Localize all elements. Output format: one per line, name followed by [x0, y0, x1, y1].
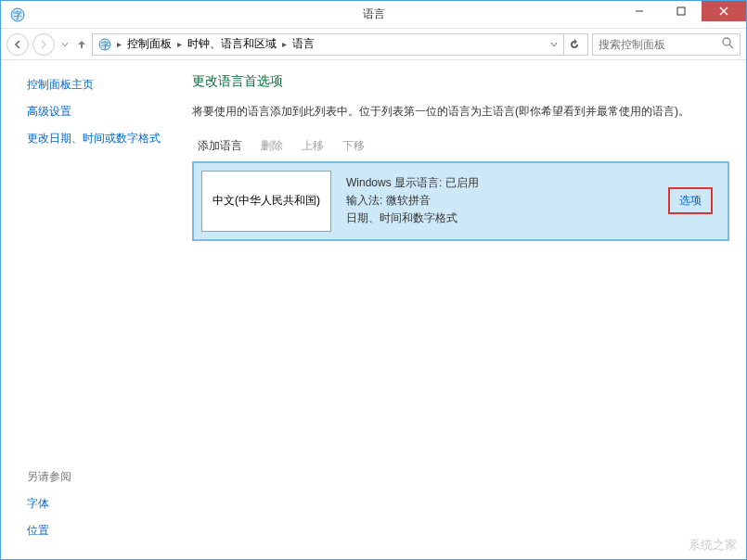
- breadcrumb-item[interactable]: 语言: [290, 36, 316, 52]
- move-up-button[interactable]: 上移: [302, 138, 324, 154]
- window: 字 语言 字: [0, 0, 747, 560]
- chevron-right-icon: ▸: [175, 39, 184, 49]
- page-description: 将要使用的语言添加到此列表中。位于列表第一位的语言为主语言(即你希望看到并最常使…: [192, 103, 729, 120]
- search-icon[interactable]: [721, 36, 734, 52]
- window-buttons: [618, 1, 746, 28]
- sidebar: 控制面板主页 高级设置 更改日期、时间或数字格式 另请参阅 字体 位置: [1, 60, 187, 559]
- svg-text:字: 字: [101, 41, 109, 50]
- options-link[interactable]: 选项: [668, 187, 713, 214]
- breadcrumb-dropdown[interactable]: [545, 34, 561, 55]
- date-format-line: 日期、时间和数字格式: [346, 210, 646, 227]
- svg-rect-3: [677, 7, 685, 15]
- display-language-line: Windows 显示语言: 已启用: [346, 174, 646, 192]
- chevron-right-icon: ▸: [280, 39, 289, 49]
- search-box[interactable]: [592, 33, 741, 56]
- svg-line-9: [729, 45, 733, 48]
- maximize-button[interactable]: [660, 1, 702, 21]
- sidebar-link-location[interactable]: 位置: [27, 523, 177, 539]
- control-panel-home-link[interactable]: 控制面板主页: [27, 77, 177, 93]
- address-bar: 字 ▸ 控制面板 ▸ 时钟、语言和区域 ▸ 语言: [1, 29, 746, 60]
- input-method-line: 输入法: 微软拼音: [346, 192, 646, 210]
- forward-button[interactable]: [32, 33, 55, 56]
- see-also-header: 另请参阅: [27, 469, 177, 485]
- breadcrumb-item[interactable]: 控制面板: [125, 36, 174, 52]
- language-actions: 选项: [653, 163, 728, 239]
- breadcrumb-item[interactable]: 时钟、语言和区域: [186, 36, 278, 52]
- app-icon: 字: [8, 6, 27, 24]
- language-name: 中文(中华人民共和国): [201, 171, 331, 232]
- sidebar-link-datetime[interactable]: 更改日期、时间或数字格式: [27, 131, 177, 146]
- titlebar: 字 语言: [1, 1, 746, 29]
- svg-text:字: 字: [13, 10, 22, 20]
- language-details: Windows 显示语言: 已启用 输入法: 微软拼音 日期、时间和数字格式: [339, 163, 653, 239]
- back-button[interactable]: [6, 33, 29, 56]
- minimize-button[interactable]: [618, 1, 660, 21]
- up-button[interactable]: [75, 33, 88, 56]
- move-down-button[interactable]: 下移: [342, 138, 365, 154]
- add-language-button[interactable]: 添加语言: [198, 138, 242, 154]
- control-panel-icon: 字: [97, 36, 113, 53]
- language-list: 中文(中华人民共和国) Windows 显示语言: 已启用 输入法: 微软拼音 …: [192, 161, 729, 241]
- language-row[interactable]: 中文(中华人民共和国) Windows 显示语言: 已启用 输入法: 微软拼音 …: [193, 162, 728, 240]
- chevron-right-icon: ▸: [115, 39, 123, 49]
- remove-language-button[interactable]: 删除: [261, 138, 283, 154]
- body: 控制面板主页 高级设置 更改日期、时间或数字格式 另请参阅 字体 位置 更改语言…: [1, 60, 746, 559]
- window-title: 语言: [363, 6, 385, 22]
- svg-point-8: [723, 38, 730, 45]
- search-input[interactable]: [599, 38, 710, 51]
- refresh-button[interactable]: [563, 34, 584, 55]
- page-heading: 更改语言首选项: [192, 73, 729, 90]
- content: 更改语言首选项 将要使用的语言添加到此列表中。位于列表第一位的语言为主语言(即你…: [187, 60, 746, 559]
- language-toolbar: 添加语言 删除 上移 下移: [192, 134, 729, 161]
- sidebar-link-fonts[interactable]: 字体: [27, 496, 177, 512]
- history-dropdown[interactable]: [58, 33, 71, 56]
- close-button[interactable]: [702, 1, 746, 21]
- breadcrumb[interactable]: 字 ▸ 控制面板 ▸ 时钟、语言和区域 ▸ 语言: [92, 33, 588, 56]
- sidebar-link-advanced[interactable]: 高级设置: [27, 104, 177, 120]
